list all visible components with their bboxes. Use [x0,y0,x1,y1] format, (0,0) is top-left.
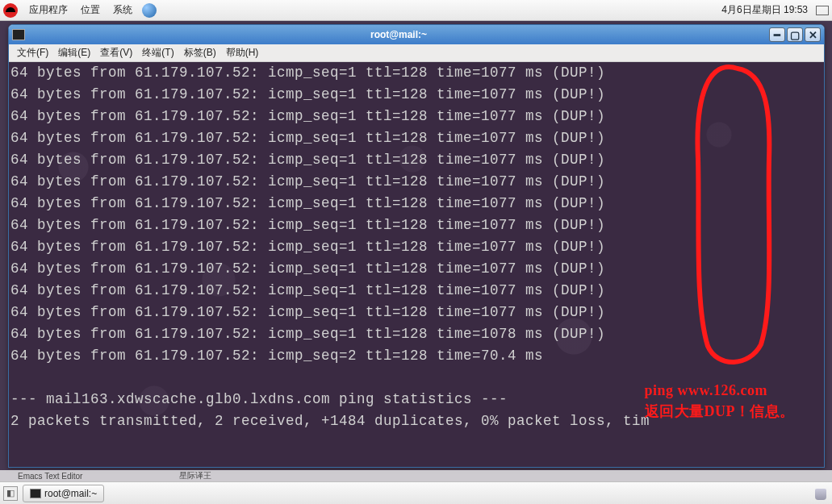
menu-places[interactable]: 位置 [74,3,107,17]
annotation-line1: ping www.126.com [645,380,796,401]
ping-output-line: 64 bytes from 61.179.107.52: icmp_seq=1 … [10,258,822,280]
ping-output-line: 64 bytes from 61.179.107.52: icmp_seq=1 … [10,84,822,106]
trash-icon[interactable] [813,485,829,502]
menu-view[interactable]: 查看(V) [95,46,137,60]
ping-output-line: 64 bytes from 61.179.107.52: icmp_seq=1 … [10,127,822,149]
bottom-panel: Emacs Text Editor 星际译王 ◧ root@mail:~ [0,470,832,504]
ping-output-line: 64 bytes from 61.179.107.52: icmp_seq=1 … [10,106,822,127]
annotation-line2: 返回大量DUP！信息。 [645,401,796,422]
terminal-icon [30,489,41,498]
ping-output-line: 64 bytes from 61.179.107.52: icmp_seq=1 … [10,171,822,193]
menubar: 文件(F) 编辑(E) 查看(V) 终端(T) 标签(B) 帮助(H) [9,44,824,62]
titlebar[interactable]: root@mail:~ ━ ▢ ✕ [9,25,824,44]
ping-output-line: 64 bytes from 61.179.107.52: icmp_seq=1 … [10,215,822,236]
ping-output-line: 64 bytes from 61.179.107.52: icmp_seq=1 … [10,62,822,84]
taskbar-terminal-button[interactable]: root@mail:~ [23,485,104,502]
redhat-icon[interactable] [3,3,18,18]
ping-output-line: 64 bytes from 61.179.107.52: icmp_seq=1 … [10,193,822,215]
menu-file[interactable]: 文件(F) [12,46,53,60]
close-button[interactable]: ✕ [805,27,821,42]
tray-icon[interactable] [816,6,829,15]
window-app-icon [12,29,25,40]
clock[interactable]: 4月6日星期日 19:53 [717,3,813,17]
ping-output-line: 64 bytes from 61.179.107.52: icmp_seq=2 … [10,345,822,367]
menu-edit[interactable]: 编辑(E) [53,46,95,60]
maximize-button[interactable]: ▢ [787,27,803,42]
ping-output-line: 64 bytes from 61.179.107.52: icmp_seq=1 … [10,323,822,345]
menu-terminal[interactable]: 终端(T) [137,46,178,60]
menu-help[interactable]: 帮助(H) [221,46,264,60]
terminal-window: root@mail:~ ━ ▢ ✕ 文件(F) 编辑(E) 查看(V) 终端(T… [8,24,825,468]
taskbar-terminal-label: root@mail:~ [44,488,97,499]
ping-output-line: 64 bytes from 61.179.107.52: icmp_seq=1 … [10,149,822,171]
menu-tabs[interactable]: 标签(B) [179,46,221,60]
minimized-task-emacs[interactable]: Emacs Text Editor [18,472,82,481]
ping-output-line: 64 bytes from 61.179.107.52: icmp_seq=1 … [10,236,822,258]
menu-system[interactable]: 系统 [107,3,139,17]
ping-output-line: 64 bytes from 61.179.107.52: icmp_seq=1 … [10,280,822,302]
menu-applications[interactable]: 应用程序 [23,3,74,17]
browser-launcher-icon[interactable] [142,3,157,18]
terminal-body[interactable]: 64 bytes from 61.179.107.52: icmp_seq=1 … [9,62,824,467]
window-title: root@mail:~ [30,29,767,40]
ping-output-line: 64 bytes from 61.179.107.52: icmp_seq=1 … [10,302,822,323]
annotation-text: ping www.126.com 返回大量DUP！信息。 [645,380,796,422]
show-desktop-button[interactable]: ◧ [3,486,18,501]
minimize-button[interactable]: ━ [769,27,785,42]
minimized-task-stardict[interactable]: 星际译王 [179,470,211,481]
top-panel: 应用程序 位置 系统 4月6日星期日 19:53 [0,0,832,21]
